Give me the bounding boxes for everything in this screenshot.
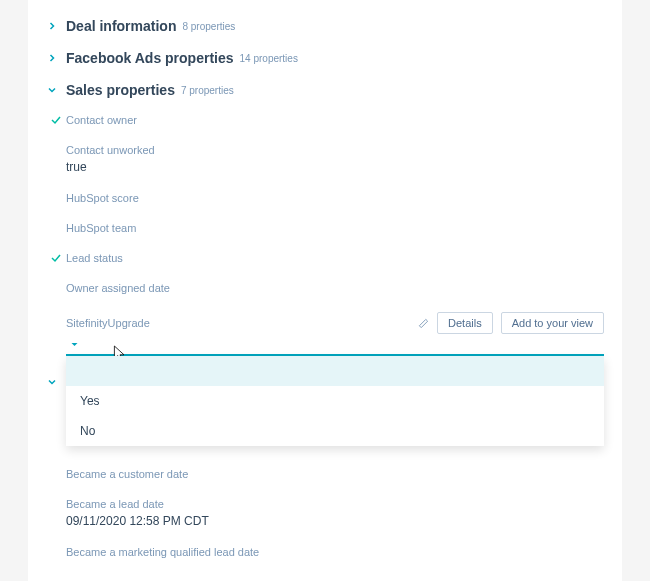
property-hubspot-team[interactable]: HubSpot team	[66, 222, 604, 234]
section-facebook-ads[interactable]: Facebook Ads properties 14 properties	[46, 50, 604, 66]
property-contact-owner[interactable]: Contact owner	[66, 114, 604, 126]
property-owner-assigned-date[interactable]: Owner assigned date	[66, 282, 604, 294]
section-deal-information[interactable]: Deal information 8 properties	[46, 18, 604, 34]
property-label: HubSpot score	[66, 192, 139, 204]
svg-marker-0	[72, 343, 78, 346]
section-count: 8 properties	[182, 21, 235, 32]
property-label: Became a customer date	[66, 468, 188, 480]
property-label: HubSpot team	[66, 222, 136, 234]
property-label: SitefinityUpgrade	[66, 317, 150, 329]
property-value: true	[66, 160, 604, 174]
property-label: Became a marketing qualified lead date	[66, 546, 259, 558]
sitefinity-upgrade-select[interactable]: Yes No	[66, 336, 604, 356]
add-to-view-button[interactable]: Add to your view	[501, 312, 604, 334]
property-contact-unworked[interactable]: Contact unworked true	[66, 144, 604, 174]
caret-down-icon	[70, 340, 79, 349]
check-icon	[50, 114, 66, 126]
details-button[interactable]: Details	[437, 312, 493, 334]
property-became-lead-date[interactable]: Became a lead date 09/11/2020 12:58 PM C…	[66, 498, 604, 528]
property-label: Lead status	[66, 252, 123, 264]
property-label: Owner assigned date	[66, 282, 170, 294]
property-label: Became a lead date	[66, 498, 164, 510]
dropdown-panel: Yes No	[66, 356, 604, 446]
property-hubspot-score[interactable]: HubSpot score	[66, 192, 604, 204]
dropdown-option-yes[interactable]: Yes	[66, 386, 604, 416]
chevron-right-icon	[46, 20, 60, 32]
property-value: 09/11/2020 12:58 PM CDT	[66, 514, 604, 528]
property-label: Contact unworked	[66, 144, 155, 156]
chevron-down-icon	[46, 376, 60, 388]
property-lead-status[interactable]: Lead status	[66, 252, 604, 264]
section-title: Facebook Ads properties	[66, 50, 234, 66]
property-became-mql-date[interactable]: Became a marketing qualified lead date	[66, 546, 604, 558]
edit-icon[interactable]	[418, 318, 429, 329]
section-title: Deal information	[66, 18, 176, 34]
chevron-right-icon	[46, 52, 60, 64]
section-sales-properties[interactable]: Sales properties 7 properties	[46, 82, 604, 98]
chevron-down-icon	[46, 84, 60, 96]
property-label: Contact owner	[66, 114, 137, 126]
dropdown-option-blank[interactable]	[66, 356, 604, 386]
dropdown-option-no[interactable]: No	[66, 416, 604, 446]
property-sitefinity-upgrade: SitefinityUpgrade Details Add to your vi…	[66, 312, 604, 356]
check-icon	[50, 252, 66, 264]
section-count: 14 properties	[240, 53, 298, 64]
section-count: 7 properties	[181, 85, 234, 96]
section-title: Sales properties	[66, 82, 175, 98]
property-became-customer-date[interactable]: Became a customer date	[66, 468, 604, 480]
